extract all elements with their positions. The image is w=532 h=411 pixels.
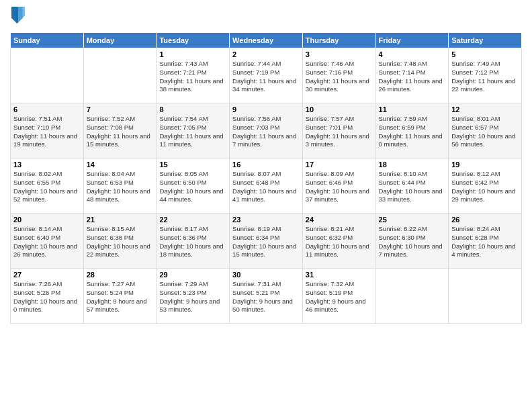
calendar-cell: 19Sunrise: 8:12 AMSunset: 6:42 PMDayligh… — [449, 158, 522, 214]
calendar-day-header: Monday — [83, 33, 157, 48]
calendar-cell: 10Sunrise: 7:57 AMSunset: 7:01 PMDayligh… — [302, 103, 375, 158]
svg-marker-1 — [18, 7, 25, 22]
day-info: Sunrise: 8:12 AMSunset: 6:42 PMDaylight:… — [451, 170, 519, 204]
day-number: 3 — [306, 50, 373, 58]
page: SundayMondayTuesdayWednesdayThursdayFrid… — [0, 0, 532, 411]
day-number: 14 — [87, 161, 154, 169]
day-info: Sunrise: 7:29 AMSunset: 5:23 PMDaylight:… — [159, 280, 226, 314]
day-info: Sunrise: 8:07 AMSunset: 6:48 PMDaylight:… — [232, 170, 300, 204]
day-number: 13 — [13, 161, 81, 169]
calendar-day-header: Thursday — [302, 33, 375, 48]
calendar-cell: 30Sunrise: 7:31 AMSunset: 5:21 PMDayligh… — [230, 269, 303, 324]
day-number: 19 — [451, 161, 519, 169]
day-number: 25 — [379, 216, 446, 224]
day-number: 30 — [232, 271, 300, 279]
day-number: 28 — [87, 271, 154, 279]
day-number: 8 — [159, 105, 226, 113]
day-number: 24 — [306, 216, 373, 224]
day-info: Sunrise: 8:22 AMSunset: 6:30 PMDaylight:… — [379, 225, 446, 259]
day-info: Sunrise: 8:15 AMSunset: 6:38 PMDaylight:… — [87, 225, 154, 259]
day-info: Sunrise: 7:57 AMSunset: 7:01 PMDaylight:… — [306, 115, 373, 149]
day-number: 1 — [159, 50, 226, 58]
calendar-cell: 31Sunrise: 7:32 AMSunset: 5:19 PMDayligh… — [302, 269, 375, 324]
calendar-cell: 4Sunrise: 7:48 AMSunset: 7:14 PMDaylight… — [375, 48, 449, 103]
day-info: Sunrise: 7:43 AMSunset: 7:21 PMDaylight:… — [159, 60, 226, 94]
calendar-cell: 14Sunrise: 8:04 AMSunset: 6:53 PMDayligh… — [83, 158, 157, 214]
calendar-week-row: 20Sunrise: 8:14 AMSunset: 6:40 PMDayligh… — [11, 214, 522, 269]
calendar-day-header: Saturday — [449, 33, 522, 48]
day-info: Sunrise: 7:31 AMSunset: 5:21 PMDaylight:… — [232, 280, 300, 314]
calendar-cell: 18Sunrise: 8:10 AMSunset: 6:44 PMDayligh… — [375, 158, 449, 214]
calendar-cell: 24Sunrise: 8:21 AMSunset: 6:32 PMDayligh… — [302, 214, 375, 269]
day-number: 4 — [379, 50, 446, 58]
day-number: 7 — [87, 105, 154, 113]
day-info: Sunrise: 7:46 AMSunset: 7:16 PMDaylight:… — [306, 60, 373, 94]
calendar-cell — [449, 269, 522, 324]
logo — [10, 7, 25, 27]
calendar-cell — [83, 48, 157, 103]
day-number: 9 — [232, 105, 300, 113]
day-info: Sunrise: 7:27 AMSunset: 5:24 PMDaylight:… — [87, 280, 154, 314]
day-info: Sunrise: 7:32 AMSunset: 5:19 PMDaylight:… — [306, 280, 373, 314]
day-number: 2 — [232, 50, 300, 58]
calendar-cell: 13Sunrise: 8:02 AMSunset: 6:55 PMDayligh… — [11, 158, 84, 214]
calendar-cell: 5Sunrise: 7:49 AMSunset: 7:12 PMDaylight… — [449, 48, 522, 103]
day-info: Sunrise: 8:01 AMSunset: 6:57 PMDaylight:… — [451, 115, 519, 149]
calendar-day-header: Wednesday — [230, 33, 303, 48]
day-number: 10 — [306, 105, 373, 113]
day-info: Sunrise: 8:14 AMSunset: 6:40 PMDaylight:… — [13, 225, 81, 259]
day-number: 17 — [306, 161, 373, 169]
day-number: 22 — [159, 216, 226, 224]
calendar-cell: 25Sunrise: 8:22 AMSunset: 6:30 PMDayligh… — [375, 214, 449, 269]
day-number: 29 — [159, 271, 226, 279]
calendar-cell: 9Sunrise: 7:56 AMSunset: 7:03 PMDaylight… — [230, 103, 303, 158]
day-info: Sunrise: 8:21 AMSunset: 6:32 PMDaylight:… — [306, 225, 373, 259]
calendar-cell: 6Sunrise: 7:51 AMSunset: 7:10 PMDaylight… — [11, 103, 84, 158]
calendar-cell: 2Sunrise: 7:44 AMSunset: 7:19 PMDaylight… — [230, 48, 303, 103]
day-info: Sunrise: 7:44 AMSunset: 7:19 PMDaylight:… — [232, 60, 300, 94]
calendar-cell — [11, 48, 84, 103]
day-number: 12 — [451, 105, 519, 113]
day-info: Sunrise: 7:26 AMSunset: 5:26 PMDaylight:… — [13, 280, 81, 314]
calendar-cell: 17Sunrise: 8:09 AMSunset: 6:46 PMDayligh… — [302, 158, 375, 214]
day-info: Sunrise: 7:59 AMSunset: 6:59 PMDaylight:… — [379, 115, 446, 149]
day-number: 5 — [451, 50, 519, 58]
calendar-cell: 20Sunrise: 8:14 AMSunset: 6:40 PMDayligh… — [11, 214, 84, 269]
day-info: Sunrise: 7:56 AMSunset: 7:03 PMDaylight:… — [232, 115, 300, 149]
day-info: Sunrise: 8:04 AMSunset: 6:53 PMDaylight:… — [87, 170, 154, 204]
day-number: 6 — [13, 105, 81, 113]
calendar-day-header: Sunday — [11, 33, 84, 48]
day-info: Sunrise: 8:05 AMSunset: 6:50 PMDaylight:… — [159, 170, 226, 204]
calendar-cell: 23Sunrise: 8:19 AMSunset: 6:34 PMDayligh… — [230, 214, 303, 269]
calendar-day-header: Tuesday — [157, 33, 230, 48]
calendar-week-row: 13Sunrise: 8:02 AMSunset: 6:55 PMDayligh… — [11, 158, 522, 214]
day-number: 11 — [379, 105, 446, 113]
day-info: Sunrise: 8:10 AMSunset: 6:44 PMDaylight:… — [379, 170, 446, 204]
calendar-week-row: 1Sunrise: 7:43 AMSunset: 7:21 PMDaylight… — [11, 48, 522, 103]
day-info: Sunrise: 8:24 AMSunset: 6:28 PMDaylight:… — [451, 225, 519, 259]
day-info: Sunrise: 8:02 AMSunset: 6:55 PMDaylight:… — [13, 170, 81, 204]
day-number: 26 — [451, 216, 519, 224]
calendar-cell: 16Sunrise: 8:07 AMSunset: 6:48 PMDayligh… — [230, 158, 303, 214]
calendar-cell: 1Sunrise: 7:43 AMSunset: 7:21 PMDaylight… — [157, 48, 230, 103]
calendar-cell: 3Sunrise: 7:46 AMSunset: 7:16 PMDaylight… — [302, 48, 375, 103]
calendar-cell: 29Sunrise: 7:29 AMSunset: 5:23 PMDayligh… — [157, 269, 230, 324]
calendar-table: SundayMondayTuesdayWednesdayThursdayFrid… — [10, 32, 522, 324]
day-number: 31 — [306, 271, 373, 279]
day-number: 18 — [379, 161, 446, 169]
calendar-cell: 26Sunrise: 8:24 AMSunset: 6:28 PMDayligh… — [449, 214, 522, 269]
calendar-cell — [375, 269, 449, 324]
calendar-header-row: SundayMondayTuesdayWednesdayThursdayFrid… — [11, 33, 522, 48]
calendar-cell: 12Sunrise: 8:01 AMSunset: 6:57 PMDayligh… — [449, 103, 522, 158]
calendar-day-header: Friday — [375, 33, 449, 48]
day-number: 21 — [87, 216, 154, 224]
day-info: Sunrise: 7:48 AMSunset: 7:14 PMDaylight:… — [379, 60, 446, 94]
day-info: Sunrise: 7:49 AMSunset: 7:12 PMDaylight:… — [451, 60, 519, 94]
calendar-cell: 11Sunrise: 7:59 AMSunset: 6:59 PMDayligh… — [375, 103, 449, 158]
day-info: Sunrise: 7:51 AMSunset: 7:10 PMDaylight:… — [13, 115, 81, 149]
calendar-week-row: 27Sunrise: 7:26 AMSunset: 5:26 PMDayligh… — [11, 269, 522, 324]
calendar-cell: 28Sunrise: 7:27 AMSunset: 5:24 PMDayligh… — [83, 269, 157, 324]
calendar-week-row: 6Sunrise: 7:51 AMSunset: 7:10 PMDaylight… — [11, 103, 522, 158]
day-info: Sunrise: 8:19 AMSunset: 6:34 PMDaylight:… — [232, 225, 300, 259]
calendar-cell: 7Sunrise: 7:52 AMSunset: 7:08 PMDaylight… — [83, 103, 157, 158]
